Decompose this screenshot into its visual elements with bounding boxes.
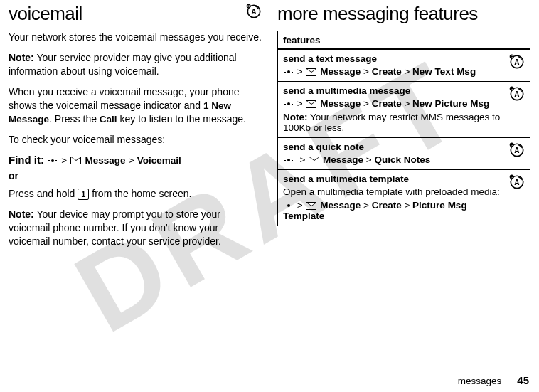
path-message: Message <box>320 98 361 109</box>
table-row: send a multimedia message > Message > Cr… <box>278 82 530 138</box>
intro-text: Your network stores the voicemail messag… <box>9 31 262 44</box>
voicemail-heading: voicemail <box>9 3 240 25</box>
carrier-feature-icon: A <box>509 142 525 157</box>
row-title-send-text: send a text message <box>283 53 505 64</box>
more-messaging-heading: more messaging features <box>277 3 530 25</box>
note-label: Note: <box>9 208 34 220</box>
carrier-feature-icon: A <box>509 174 525 189</box>
receive-voicemail-text: When you receive a voicemail message, yo… <box>9 85 262 126</box>
path-message: Message <box>323 154 363 165</box>
note-label: Note: <box>283 112 308 122</box>
page-footer: messages 45 <box>458 374 529 386</box>
center-key-icon <box>284 100 294 107</box>
center-key-icon <box>284 68 294 75</box>
center-key-icon <box>48 157 58 164</box>
svg-text:A: A <box>514 179 520 186</box>
nav-path: > Message > Create > Picture Msg Templat… <box>283 200 505 221</box>
table-row: send a multimedia template Open a multim… <box>278 170 530 226</box>
path-target: New Picture Msg <box>412 98 489 109</box>
section-name: messages <box>458 376 502 386</box>
envelope-icon <box>306 68 316 76</box>
center-key-icon <box>284 202 294 209</box>
left-column: voicemail A Your network stores the voic… <box>9 3 262 255</box>
features-header-cell: features <box>278 31 530 50</box>
path-message: Message <box>320 66 361 77</box>
keycap-1-icon: 1 <box>78 189 89 200</box>
nav-path: > Message > Quick Notes <box>283 154 505 165</box>
find-it-label: Find it: <box>9 154 44 166</box>
features-table: features send a text message > Message >… <box>277 31 530 226</box>
row-title-quick-note: send a quick note <box>283 142 505 152</box>
page-number: 45 <box>517 374 529 386</box>
table-header: features <box>278 31 530 50</box>
carrier-feature-icon: A <box>509 85 525 101</box>
svg-text:A: A <box>514 147 520 154</box>
path-create: Create <box>372 98 402 109</box>
check-voicemail-text: To check your voicemail messages: <box>9 133 262 147</box>
row-title-mms-template: send a multimedia template <box>283 174 505 184</box>
find-it-line: Find it: > Message > Voicemail <box>9 154 262 166</box>
path-target: New Text Msg <box>412 66 476 77</box>
center-key-icon <box>284 157 294 164</box>
svg-text:A: A <box>514 58 520 66</box>
path-message: Message <box>85 155 126 166</box>
path-create: Create <box>372 66 402 77</box>
path-create: Create <box>372 200 402 211</box>
note-text: Your network may restrict MMS messages t… <box>283 112 500 133</box>
carrier-feature-icon: A <box>509 53 525 69</box>
note-label: Note: <box>9 52 34 63</box>
or-label: or <box>9 170 262 181</box>
row-title-send-mms: send a multimedia message <box>283 85 505 96</box>
call-key-label: Call <box>100 114 117 125</box>
envelope-icon <box>306 100 316 108</box>
right-column: more messaging features features send a … <box>277 3 530 255</box>
note-store-number: Note: Your device may prompt you to stor… <box>9 208 262 248</box>
note-text: Your device may prompt you to store your… <box>9 208 221 247</box>
path-voicemail: Voicemail <box>137 155 181 166</box>
text-fragment: Press and hold <box>9 188 78 199</box>
path-message: Message <box>320 200 361 211</box>
envelope-icon <box>309 157 319 164</box>
carrier-feature-icon: A <box>246 3 262 18</box>
svg-text:A: A <box>514 90 520 98</box>
envelope-icon <box>70 157 81 164</box>
table-row: send a quick note > Message > Quick Note… <box>278 138 530 170</box>
row-description: Open a multimedia template with preloade… <box>283 186 505 197</box>
envelope-icon <box>306 202 316 210</box>
press-hold-text: Press and hold 1 from the home screen. <box>9 187 262 201</box>
text-fragment: key to listen to the message. <box>117 113 246 125</box>
nav-path: > Message > Create > New Picture Msg <box>283 98 505 109</box>
svg-text:A: A <box>251 8 257 16</box>
nav-path: > Message > Create > New Text Msg <box>283 66 505 77</box>
text-fragment: . Press the <box>49 113 100 125</box>
path-target: Quick Notes <box>374 154 430 165</box>
note-provider: Note: Your service provider may give you… <box>9 51 262 78</box>
mms-restriction-note: Note: Your network may restrict MMS mess… <box>283 112 505 133</box>
note-text: Your service provider may give you addit… <box>9 52 237 77</box>
text-fragment: from the home screen. <box>89 188 191 199</box>
table-row: send a text message > Message > Create >… <box>278 49 530 82</box>
